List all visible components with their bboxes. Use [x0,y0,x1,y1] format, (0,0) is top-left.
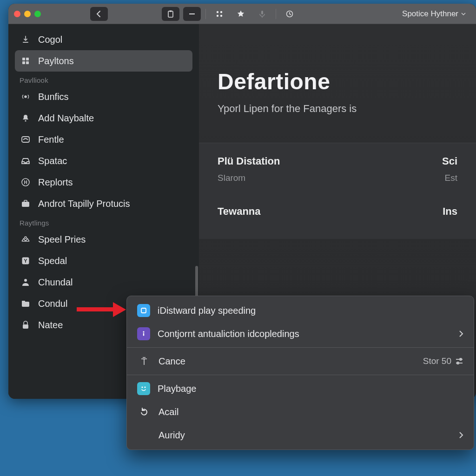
sidebar-section-header: Pavlliook [15,72,192,86]
sidebar-scrollbar[interactable] [195,266,198,298]
chevron-right-icon [459,331,463,337]
menu-item-label: Playbage [158,383,196,394]
minus-button[interactable] [183,7,201,21]
sidebar-item-bunfics[interactable]: Bunfics [15,86,192,107]
panel-row2-left: Tewanna [218,205,261,218]
titlebar: Spotice Hythner [8,4,476,24]
briefcase-icon [20,200,32,207]
apps-button[interactable] [211,7,228,21]
menu-item-contjornt[interactable]: Contjornt antualiction idcopledings [127,322,474,345]
menu-separator [127,375,474,375]
svg-rect-31 [143,333,144,336]
svg-point-5 [217,14,218,16]
sidebar-item-label: Fentle [38,134,64,145]
info-panel: Plü Distation Sci Slarom Est Tewanna Ins [199,143,476,239]
menu-item-label: Cance [159,356,185,367]
clipboard-button[interactable] [162,7,179,21]
svg-point-16 [25,120,26,121]
svg-point-25 [24,279,27,282]
sidebar-item-replorts[interactable]: H Replorts [15,172,192,193]
svg-point-15 [25,96,26,98]
menu-item-acail[interactable]: Acail [127,400,474,423]
svg-text:Y: Y [24,258,27,264]
favorite-button[interactable] [232,7,250,21]
scale-icon [20,236,32,243]
person-icon [20,278,32,286]
mic-button[interactable] [253,7,271,21]
page-subtitle: Yporl Lipen for the Fanagers is [218,103,457,115]
svg-point-6 [220,14,222,16]
menu-item-playbage[interactable]: Playbage [127,377,474,400]
panel-heading-left: Plü Distation [218,155,280,167]
svg-rect-28 [23,324,28,329]
sidebar-item-speel-pries[interactable]: Speel Pries [15,229,192,250]
sync-button[interactable] [281,7,298,21]
sidebar-item-add-naybalte[interactable]: Add Naybalte [15,107,192,129]
svg-rect-10 [23,42,28,43]
y-badge-icon: Y [20,257,32,265]
svg-rect-8 [262,16,263,18]
menu-item-auridy[interactable]: Auridy [127,423,474,447]
window-title-text: Spotice Hythner [402,9,458,19]
panel-heading-right: Sci [442,155,457,167]
svg-rect-29 [141,308,146,313]
svg-point-22 [25,237,26,238]
minimize-window-button[interactable] [24,11,31,17]
sidebar-section-header: Raytlings [15,214,192,229]
svg-rect-14 [26,61,29,64]
svg-point-3 [217,11,218,13]
panel-sub-right: Est [445,173,457,183]
bell-icon [20,114,32,122]
panel-sub-left: Slarom [218,173,245,183]
svg-point-35 [144,386,145,388]
sidebar-item-label: Chundal [38,277,73,288]
wifi-icon [20,136,32,143]
svg-rect-1 [170,10,172,12]
sidebar-item-spedal[interactable]: Y Spedal [15,250,192,271]
info-icon [137,327,150,340]
sidebar-item-chundal[interactable]: Chundal [15,271,192,293]
svg-rect-0 [168,11,173,17]
menu-item-label: Auridy [159,430,185,441]
sidebar-item-label: Condul [38,298,67,309]
broadcast-icon [20,93,32,101]
sidebar-item-label: Payltons [38,56,74,66]
download-icon [20,35,32,44]
back-button[interactable] [90,7,108,21]
sidebar-item-label: Add Naybalte [38,113,94,124]
grid-icon [20,57,32,65]
svg-rect-2 [189,13,195,14]
context-menu: iDistward play speeding Contjornt antual… [126,296,474,450]
menu-item-distward[interactable]: iDistward play speeding [127,299,474,322]
sidebar-item-cogol[interactable]: Cogol [15,29,192,50]
svg-rect-32 [460,358,462,360]
menu-item-label: Acail [159,407,178,417]
sidebar-item-label: Speel Pries [38,234,86,245]
folder-icon [20,300,32,307]
svg-rect-7 [261,11,263,14]
menu-separator [127,347,474,348]
svg-rect-12 [26,58,29,60]
square-icon [137,304,150,317]
svg-rect-27 [22,301,25,303]
toolbar-separator [205,9,206,19]
sidebar-item-label: Spedal [38,256,67,266]
playbage-icon [137,382,150,395]
sidebar-item-payltons[interactable]: Payltons [15,50,192,72]
chevron-right-icon [459,432,463,438]
window-title: Spotice Hythner [402,9,466,19]
maximize-window-button[interactable] [34,11,41,17]
sidebar-item-spatac[interactable]: Spatac [15,150,192,172]
svg-rect-21 [24,200,27,202]
menu-item-label: Contjornt antualiction idcopledings [158,329,299,339]
svg-rect-13 [22,61,25,64]
sidebar-item-label: Replorts [38,177,73,188]
pin-icon [137,357,151,366]
close-window-button[interactable] [14,11,20,17]
svg-rect-17 [22,137,29,142]
menu-item-cance[interactable]: Cance Stor 50 [127,350,474,373]
svg-point-34 [141,386,143,388]
lock-icon [20,321,32,329]
sidebar-item-fentle[interactable]: Fentle [15,129,192,150]
sidebar-item-androt[interactable]: Androt Tapilly Protucis [15,193,192,214]
